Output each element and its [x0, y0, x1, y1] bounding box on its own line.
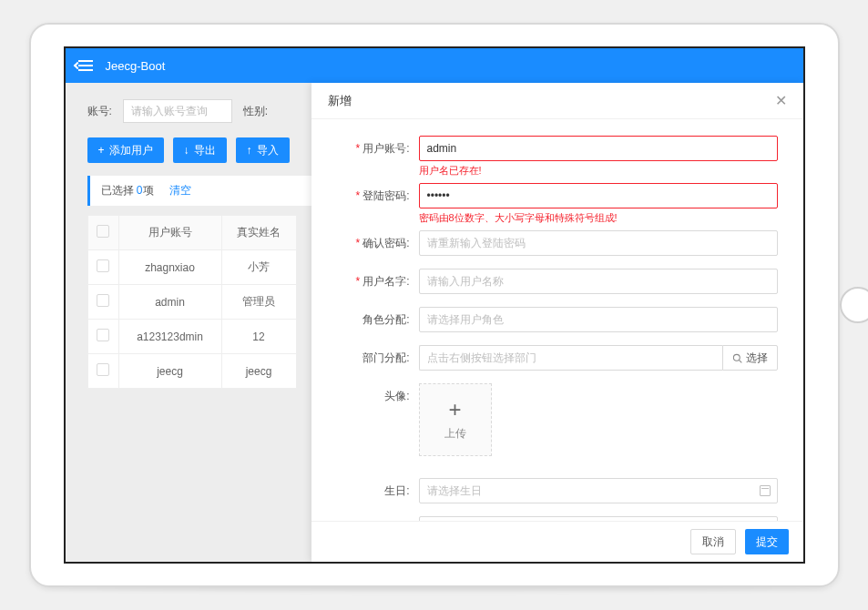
table-row[interactable]: admin 管理员 — [87, 285, 296, 320]
add-user-label: 添加用户 — [109, 143, 153, 158]
plus-icon: + — [98, 144, 105, 157]
selection-count: 0 — [137, 184, 143, 197]
birthday-label: 生日: — [384, 484, 409, 497]
password-error: 密码由8位数字、大小写字母和特殊符号组成! — [419, 211, 778, 225]
field-password: *登陆密码: 密码由8位数字、大小写字母和特殊符号组成! — [337, 183, 778, 225]
search-account-input[interactable]: 请输入账号查询 — [123, 99, 232, 123]
svg-point-0 — [733, 354, 740, 361]
field-confirm-password: *确认密码: — [337, 230, 778, 256]
cell-account: zhagnxiao — [118, 250, 221, 285]
table-row[interactable]: a123123dmin 12 — [87, 320, 296, 354]
import-button[interactable]: ↑ 导入 — [236, 137, 290, 163]
modal-body: *用户账号: 用户名已存在! *登陆密码: 密码由8位数字、大小写字母和特殊符号… — [311, 119, 803, 521]
name-label: 用户名字: — [363, 275, 409, 288]
field-department: 部门分配: 选择 — [337, 345, 778, 371]
dept-input[interactable] — [419, 345, 722, 371]
name-input[interactable] — [419, 269, 778, 294]
import-label: 导入 — [257, 143, 279, 158]
cell-account: admin — [118, 285, 221, 320]
birthday-input[interactable] — [419, 478, 778, 503]
selection-prefix: 已选择 — [101, 184, 134, 197]
export-label: 导出 — [194, 143, 216, 158]
select-all-checkbox[interactable] — [97, 225, 109, 238]
app-screen: Jeecg-Boot 账号: 请输入账号查询 性别: + 添加用户 ↓ 导出 — [64, 46, 805, 564]
tablet-home-button[interactable] — [840, 287, 869, 323]
confirm-input[interactable] — [419, 230, 778, 256]
selection-suffix: 项 — [143, 184, 154, 197]
role-label: 角色分配: — [363, 313, 409, 326]
table-row[interactable]: zhagnxiao 小芳 — [87, 250, 296, 285]
close-icon[interactable]: ✕ — [775, 92, 787, 109]
app-title: Jeecg-Boot — [106, 59, 166, 73]
app-header: Jeecg-Boot — [66, 48, 803, 83]
cell-realname: 12 — [221, 320, 296, 354]
menu-collapse-icon[interactable] — [78, 60, 93, 71]
col-realname: 真实姓名 — [221, 216, 296, 250]
submit-button[interactable]: 提交 — [745, 529, 789, 554]
modal-title: 新增 — [328, 93, 352, 109]
upload-text: 上传 — [444, 426, 466, 442]
dept-select-button[interactable]: 选择 — [722, 345, 778, 371]
account-input[interactable] — [419, 136, 778, 161]
upload-icon: ↑ — [247, 144, 252, 157]
dept-select-label: 选择 — [746, 351, 768, 366]
row-checkbox[interactable] — [97, 294, 109, 307]
row-checkbox[interactable] — [97, 363, 109, 376]
table-header-row: 用户账号 真实姓名 — [87, 216, 296, 250]
field-role: 角色分配: — [337, 307, 778, 332]
avatar-upload[interactable]: + 上传 — [419, 383, 492, 456]
account-label: 用户账号: — [363, 142, 409, 155]
user-table: 用户账号 真实姓名 zhagnxiao 小芳 admin — [87, 215, 297, 389]
cancel-button[interactable]: 取消 — [690, 529, 736, 554]
cell-realname: 小芳 — [221, 250, 296, 285]
selection-clear[interactable]: 清空 — [169, 184, 191, 197]
search-gender-label: 性别: — [243, 104, 268, 119]
modal-header: 新增 ✕ — [311, 83, 803, 119]
password-label: 登陆密码: — [363, 189, 409, 202]
download-icon: ↓ — [184, 144, 189, 157]
cell-account: jeecg — [118, 354, 221, 389]
account-error: 用户名已存在! — [419, 164, 778, 178]
svg-line-1 — [739, 360, 741, 362]
search-account-label: 账号: — [87, 104, 112, 119]
field-birthday: 生日: — [337, 478, 778, 503]
calendar-icon — [760, 485, 771, 496]
add-user-modal: 新增 ✕ *用户账号: 用户名已存在! *登陆密码: — [311, 83, 803, 562]
row-checkbox[interactable] — [97, 329, 109, 341]
cell-realname: 管理员 — [221, 285, 296, 320]
cell-account: a123123dmin — [118, 320, 221, 354]
modal-footer: 取消 提交 — [311, 521, 803, 562]
field-account: *用户账号: 用户名已存在! — [337, 136, 778, 178]
cell-realname: jeecg — [221, 354, 296, 389]
plus-icon: + — [448, 399, 461, 421]
tablet-frame: Jeecg-Boot 账号: 请输入账号查询 性别: + 添加用户 ↓ 导出 — [29, 23, 840, 587]
main-area: 账号: 请输入账号查询 性别: + 添加用户 ↓ 导出 ↑ 导入 — [66, 83, 803, 562]
dept-label: 部门分配: — [363, 351, 409, 364]
export-button[interactable]: ↓ 导出 — [173, 137, 227, 163]
confirm-label: 确认密码: — [363, 237, 409, 249]
row-checkbox[interactable] — [97, 259, 109, 272]
field-avatar: 头像: + 上传 — [337, 383, 778, 456]
search-icon — [732, 353, 742, 363]
add-user-button[interactable]: + 添加用户 — [87, 137, 164, 163]
password-input[interactable] — [419, 183, 778, 208]
field-username: *用户名字: — [337, 269, 778, 294]
table-row[interactable]: jeecg jeecg — [87, 354, 296, 389]
avatar-label: 头像: — [384, 390, 409, 402]
col-account: 用户账号 — [118, 216, 221, 250]
role-select[interactable] — [419, 307, 778, 332]
